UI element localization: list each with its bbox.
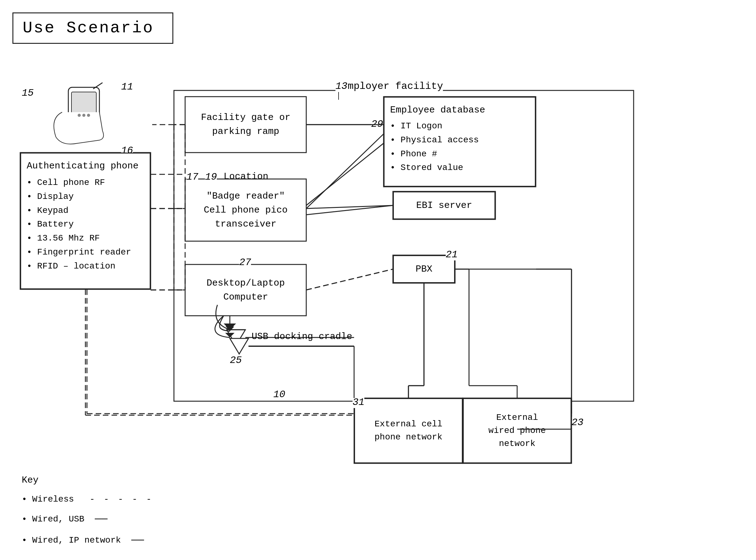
key-wireless: • Wireless - - - - - [22,491,153,508]
auth-phone-item-0: Cell phone RF [27,176,144,190]
auth-phone-list: Cell phone RF Display Keypad Battery 13.… [27,176,144,274]
ref-23: 23 [571,417,583,428]
desktop-laptop-box: Desktop/Laptop Computer [185,264,306,316]
ext-wired-line1: External [488,411,546,424]
desktop-line2: Computer [207,290,285,304]
ref-31: 31 [353,397,364,408]
ext-cell-line1: External cell [375,418,442,431]
auth-phone-item-3: Battery [27,218,144,232]
ext-cell-box: External cell phone network [354,398,463,463]
svg-point-43 [78,114,81,117]
ref-10: 10 [273,389,285,400]
title-box: Use Scenario [13,13,173,44]
ext-wired-line2: wired phone [488,424,546,437]
employee-db-item-3: Stored value [390,161,529,175]
ref-25: 25 [230,355,241,366]
facility-gate-line2: parking ramp [201,125,290,139]
ext-wired-line3: network [488,437,546,450]
facility-gate-box: Facility gate or parking ramp [185,97,306,153]
svg-marker-46 [225,333,234,338]
ref-11: 11 [121,81,133,93]
ref-21: 21 [446,249,458,260]
svg-line-12 [306,134,384,208]
auth-phone-item-4: 13.56 Mhz RF [27,232,144,245]
key-wired-ip: • Wired, IP network —— [22,529,153,551]
svg-marker-47 [230,338,249,354]
ref-29: 29 [371,118,383,130]
title-text: Use Scenario [23,19,154,37]
ref-15: 15 [22,87,34,99]
auth-phone-title: Authenticating phone [27,159,144,174]
employee-db-title: Employee database [390,103,529,118]
svg-line-51 [306,205,393,215]
ebi-server-box: EBI server [393,192,496,219]
ext-wired-box: External wired phone network [463,398,571,463]
phone-sketch [31,81,130,153]
usb-cradle-label: USB docking cradle [252,331,352,342]
svg-line-52 [306,269,393,290]
ref-13: 13 [335,80,347,92]
pbx-label: PBX [416,264,432,274]
key-title: Key [22,471,153,489]
svg-line-50 [306,143,384,205]
svg-marker-24 [227,330,245,345]
employee-db-item-2: Phone # [390,147,529,161]
facility-gate-line1: Facility gate or [201,111,290,125]
employer-facility-label: Employer facility [342,80,443,92]
badge-reader-line3: transceiver [204,217,288,231]
badge-reader-box: "Badge reader" Cell phone pico transceiv… [185,179,306,241]
svg-line-14 [306,269,393,290]
desktop-line1: Desktop/Laptop [207,276,285,290]
svg-marker-23 [224,323,236,330]
svg-point-45 [87,114,90,117]
page-container: Use Scenario [0,0,756,560]
ref-27: 27 [239,257,251,268]
auth-phone-item-5: Fingerprint reader [27,245,144,259]
employee-db-item-1: Physical access [390,133,529,147]
badge-reader-line1: "Badge reader" [204,189,288,203]
auth-phone-item-2: Keypad [27,204,144,218]
svg-marker-38 [226,326,234,331]
key-wired-usb: • Wired, USB —— [22,508,153,529]
auth-phone-item-1: Display [27,190,144,204]
ebi-server-label: EBI server [416,200,472,211]
auth-phone-item-6: RFID – location [27,259,144,274]
employee-db-item-0: IT Logon [390,119,529,133]
employee-db-box: Employee database IT Logon Physical acce… [384,97,536,187]
ext-cell-line2: phone network [375,431,442,444]
auth-phone-box: Authenticating phone Cell phone RF Displ… [20,153,151,289]
employee-db-list: IT Logon Physical access Phone # Stored … [390,119,529,175]
diagram-area: 15 11 16 Employer facility 13 Facility g… [13,56,742,560]
svg-line-13 [306,205,393,208]
badge-reader-line2: Cell phone pico [204,203,288,217]
svg-point-44 [82,114,85,117]
key-box: Key • Wireless - - - - - • Wired, USB ——… [22,471,153,551]
